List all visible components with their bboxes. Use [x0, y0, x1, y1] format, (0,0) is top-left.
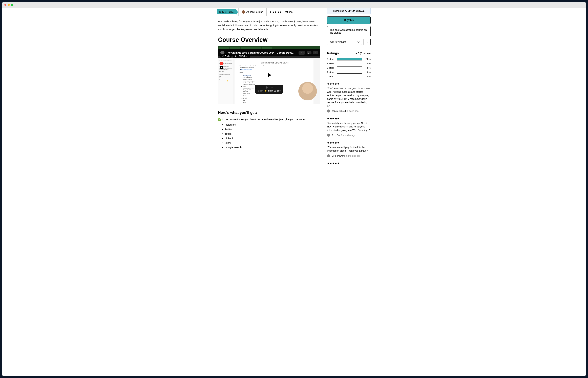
- rating-percent: 0%: [364, 62, 371, 65]
- ratings-summary: 5 (8 ratings): [355, 52, 371, 54]
- video-comments-button[interactable]: 7: [299, 51, 305, 54]
- rating-bar: [337, 71, 362, 74]
- rating-label: 2 stars: [327, 71, 335, 74]
- rating-label: 1 star: [327, 75, 335, 78]
- copy-link-button[interactable]: [364, 39, 371, 45]
- discount-notice: discounted by 50% to $123.50.: [327, 8, 371, 14]
- check-line: ✅ In the course I show you how to scrape…: [218, 118, 320, 121]
- rating-percent: 0%: [364, 67, 371, 69]
- overview-heading: Course Overview: [218, 36, 320, 43]
- maximize-window-button[interactable]: [11, 4, 13, 6]
- minimize-window-button[interactable]: [8, 4, 10, 6]
- review-avatar: [327, 154, 330, 157]
- review-text: "This course will pay for itself in the …: [327, 146, 371, 153]
- review-author-name: Mike Powers: [331, 154, 345, 157]
- video-views-pill: 1.63K views: [233, 54, 250, 58]
- presenter-face: [298, 82, 317, 100]
- list-item: Tiktok: [225, 132, 320, 135]
- product-header: $247$123.50 Adrian Horning: [214, 8, 324, 16]
- close-window-button[interactable]: [4, 4, 6, 6]
- list-item: Linkedin: [225, 137, 320, 140]
- video-browser-tabs: [218, 46, 320, 49]
- intro-text: I've made a living for 3+ years from jus…: [218, 19, 320, 31]
- review-text: "Absolutely worth every penny. Great ROI…: [327, 122, 371, 132]
- review-author: Mike Powers 5 months ago: [327, 154, 371, 157]
- add-to-wishlist-button[interactable]: Add to wishlist: [327, 39, 362, 45]
- product-description: The best web scraping course on the plan…: [327, 26, 371, 36]
- playback-speed-pill: 1.2× 5 min ⚡ 4 min 31 sec: [255, 85, 283, 94]
- rating-bar: [337, 75, 362, 78]
- review-stars: [327, 83, 371, 85]
- rating-row: 2 stars 0%: [327, 71, 371, 74]
- review-time: 6 days ago: [347, 110, 359, 112]
- play-button[interactable]: [264, 70, 274, 81]
- review: "Absolutely worth every penny. Great ROI…: [327, 115, 371, 139]
- rating-label: 4 stars: [327, 62, 335, 65]
- list-item: Google Search: [225, 146, 320, 149]
- price-new: $123.50: [225, 10, 234, 13]
- review-author-name: Bailey Simrell: [331, 110, 346, 112]
- review-time: 5 months ago: [346, 154, 360, 157]
- rating-row: 4 stars 0%: [327, 62, 371, 65]
- rating-label: 3 stars: [327, 67, 335, 69]
- list-item: Instagram: [225, 123, 320, 126]
- review-avatar: [327, 109, 330, 112]
- chevron-down-icon: [357, 40, 360, 43]
- buy-button[interactable]: Buy this: [327, 16, 371, 24]
- list-item: Twitter: [225, 128, 320, 131]
- whats-included-heading: Here's what you'll get:: [218, 110, 320, 115]
- window-titlebar: [2, 2, 586, 8]
- rating-percent: 0%: [364, 71, 371, 74]
- rating-bar: [337, 62, 362, 65]
- pause-icon: ⏸: [220, 66, 223, 69]
- site-list: InstagramTwitterTiktokLinkedinZillowGoog…: [218, 123, 320, 149]
- rating-row: 5 stars 100%: [327, 58, 371, 60]
- svg-point-1: [235, 56, 236, 56]
- record-icon: [220, 62, 223, 65]
- video-duration-pill: 5 min: [220, 54, 232, 58]
- review-avatar: [327, 134, 330, 137]
- rating-percent: 0%: [364, 75, 371, 78]
- review-author: Fred So 3 months ago: [327, 134, 371, 137]
- review-author: Bailey Simrell 6 days ago: [327, 109, 371, 112]
- ratings-heading: Ratings: [327, 51, 339, 55]
- price-cell: $247$123.50: [214, 8, 239, 16]
- review-author-name: Fred So: [331, 134, 340, 136]
- price-tag: $247$123.50: [217, 9, 236, 14]
- rating-percent: 100%: [364, 58, 371, 60]
- list-item: Zillow: [225, 141, 320, 144]
- author-cell[interactable]: Adrian Horning: [239, 8, 266, 16]
- author-avatar: [242, 10, 245, 14]
- rating-bar: [337, 58, 362, 60]
- review-stars: [327, 162, 371, 164]
- price-old: $247: [219, 10, 224, 13]
- rating-bar: [337, 67, 362, 69]
- rating-label: 5 stars: [327, 58, 335, 60]
- review-text: "Can't emphasize how good this course wa…: [327, 87, 371, 108]
- review: "Can't emphasize how good this course wa…: [327, 80, 371, 115]
- star-icons: [270, 11, 282, 13]
- video-channel-icon: [220, 51, 224, 55]
- review-time: 3 months ago: [341, 134, 356, 136]
- rating-row: 3 stars 0%: [327, 67, 371, 69]
- review-stars: [327, 117, 371, 120]
- video-title: The Ultimate Web Scraping Course 2024 - …: [226, 51, 297, 54]
- video-embed[interactable]: The Ultimate Web Scraping Course 2024 - …: [218, 46, 320, 104]
- review: "This course will pay for itself in the …: [327, 139, 371, 160]
- video-expand-button[interactable]: [313, 51, 318, 54]
- rating-count: 8 ratings: [283, 10, 293, 13]
- review: [327, 160, 371, 169]
- video-link-button[interactable]: [307, 51, 312, 54]
- author-name[interactable]: Adrian Horning: [246, 10, 263, 13]
- review-stars: [327, 142, 371, 144]
- header-rating: 8 ratings: [266, 8, 296, 16]
- rating-row: 1 star 0%: [327, 75, 371, 78]
